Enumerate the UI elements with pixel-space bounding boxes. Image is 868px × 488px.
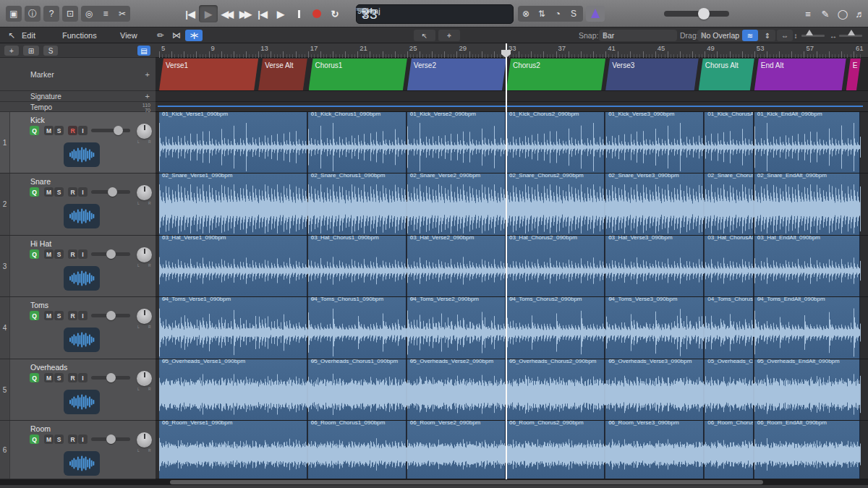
audio-region[interactable]: 05_Overheads_Cho	[705, 359, 754, 420]
marker-verse1[interactable]: Verse1	[159, 59, 258, 90]
menu-functions[interactable]: Functions∨	[62, 27, 97, 43]
pause-button[interactable]	[289, 5, 308, 22]
mute-button[interactable]: M	[44, 373, 54, 382]
add-signature-button[interactable]: +	[145, 92, 150, 100]
pan-knob[interactable]	[137, 185, 152, 200]
quantize-button[interactable]: Q	[30, 249, 39, 259]
audio-region[interactable]: 01_Kick_ChorusAlt_	[705, 112, 754, 173]
audio-region[interactable]: 04_Toms_Verse3_090bpm↻	[605, 297, 704, 359]
audio-region[interactable]: 01_Kick_Verse2_090bpm○	[407, 112, 506, 173]
pan-knob[interactable]	[137, 247, 152, 262]
audio-region[interactable]: 01_Kick_EndAlt_090bpm○	[754, 112, 860, 173]
mute-button[interactable]: M	[44, 187, 54, 197]
track-volume-thumb[interactable]	[106, 373, 116, 382]
input-monitor-button[interactable]: I	[78, 187, 88, 197]
waveform-zoom-button[interactable]: ≋	[742, 30, 758, 41]
list-editors-icon[interactable]: ≡	[800, 7, 816, 21]
stop-button[interactable]: |◀	[253, 5, 272, 22]
quantize-button[interactable]: Q	[30, 435, 39, 444]
marker-e[interactable]: E	[846, 59, 861, 90]
audio-region[interactable]: 03_Hat_ChorusAlt_	[705, 236, 754, 296]
track-volume-thumb[interactable]	[106, 311, 116, 320]
mute-button[interactable]: M	[44, 435, 54, 444]
track-volume-thumb[interactable]	[114, 126, 123, 135]
horizontal-scrollbar[interactable]	[0, 479, 868, 485]
automation-icon[interactable]: ✏	[153, 27, 168, 43]
tempo-line[interactable]	[158, 106, 863, 107]
menu-view[interactable]: View∨	[120, 27, 137, 43]
quantize-button[interactable]: Q	[30, 126, 39, 135]
record-enable-button[interactable]: R	[68, 435, 77, 444]
forward-button[interactable]: ▶▶	[235, 5, 254, 22]
audio-region[interactable]: 01_Kick_Verse3_090bpm○	[605, 112, 704, 173]
audio-region[interactable]: 04_Toms_Verse2_090bpm↻	[407, 297, 506, 359]
go-to-beginning-button[interactable]: |◀	[181, 5, 200, 22]
audio-region[interactable]: 06_Room_Chorus2_090bpm○	[506, 421, 605, 479]
mute-button[interactable]: M	[44, 126, 54, 135]
audio-region[interactable]: 05_Overheads_Chorus1_090bpm↻	[308, 359, 407, 420]
global-track-marker[interactable]: Marker +	[0, 58, 156, 91]
solo-button[interactable]: S	[54, 187, 64, 197]
menu-edit[interactable]: Edit∨	[22, 27, 35, 43]
record-enable-button[interactable]: R	[68, 373, 77, 382]
audio-region[interactable]: 01_Kick_Chorus2_090bpm○	[506, 112, 605, 173]
pan-knob[interactable]	[137, 124, 152, 139]
library-button[interactable]: ▣	[6, 6, 22, 22]
record-button[interactable]	[307, 5, 326, 22]
media-browser-icon[interactable]: ♬	[852, 7, 868, 21]
track-volume-thumb[interactable]	[106, 435, 116, 444]
track-volume-slider[interactable]	[91, 376, 130, 380]
master-volume-slider[interactable]	[664, 11, 729, 17]
audio-region[interactable]: 03_Hat_Chorus2_090bpm○	[506, 236, 605, 296]
cycle-button[interactable]: ↻	[326, 5, 344, 22]
audio-region[interactable]: 03_Hat_Verse3_090bpm○	[605, 236, 704, 296]
autopunch-icon[interactable]: ⇅	[534, 6, 550, 22]
track-volume-slider[interactable]	[91, 129, 130, 132]
audio-region[interactable]: 04_Toms_Verse1_090bpm↻	[159, 297, 307, 359]
inspector-button[interactable]: ⓘ	[25, 6, 41, 22]
solo-button[interactable]: S	[54, 373, 64, 382]
marker-verse3[interactable]: Verse3	[605, 59, 699, 90]
mixer-icon[interactable]: ≡	[98, 6, 114, 22]
horizontal-zoom-slider[interactable]	[839, 35, 862, 37]
global-track-tempo[interactable]: Tempo 11070	[0, 102, 156, 112]
audio-region[interactable]: 03_Hat_Verse1_090bpm○	[159, 236, 307, 296]
duplicate-track-button[interactable]: ⊞	[23, 46, 39, 56]
audio-region[interactable]: 02_Snare_Chorus1_090bpm○	[308, 174, 407, 235]
track-header-room[interactable]: 6RoomQMSRILR	[0, 421, 156, 479]
quantize-button[interactable]: Q	[30, 187, 39, 197]
track-volume-slider[interactable]	[91, 314, 130, 317]
audio-region[interactable]: 03_Hat_Verse2_090bpm○	[407, 236, 506, 296]
horizontal-zoom-thumb[interactable]	[848, 30, 855, 35]
audio-region[interactable]: 03_Hat_EndAlt_090bpm○	[754, 236, 860, 296]
horizontal-auto-zoom-button[interactable]: ⇔	[777, 30, 793, 41]
audio-region[interactable]: 06_Room_Chorus1_090bpm○	[308, 421, 407, 479]
mute-button[interactable]: M	[44, 249, 54, 259]
global-tracks-toggle-button[interactable]: ▤	[137, 46, 150, 56]
solo-button[interactable]: S	[54, 126, 64, 135]
add-marker-button[interactable]: +	[145, 70, 150, 79]
playhead[interactable]	[506, 43, 507, 479]
track-header-kick[interactable]: 1KickQMSRILR	[0, 112, 156, 174]
note-pads-icon[interactable]: ✎	[817, 7, 833, 21]
audio-region[interactable]: 06_Room_Verse2_090bpm○	[407, 421, 506, 479]
mute-button[interactable]: M	[44, 311, 54, 320]
flex-icon[interactable]: ⋈	[169, 27, 184, 43]
toolbar-toggle-button[interactable]: ⊡	[62, 6, 78, 22]
solo-button[interactable]: S	[54, 249, 64, 259]
audio-region[interactable]: 01_Kick_Verse1_090bpm○	[159, 112, 307, 173]
solo-button[interactable]: S	[54, 435, 64, 444]
audio-region[interactable]: 04_Toms_EndAlt_090bpm↻	[754, 297, 860, 359]
track-header-snare[interactable]: 2SnareQMSRILR	[0, 174, 156, 236]
marker-verse2[interactable]: Verse2	[407, 59, 506, 90]
input-monitor-button[interactable]: I	[78, 249, 88, 259]
volume-thumb[interactable]	[698, 8, 710, 20]
input-monitor-button[interactable]: I	[78, 373, 88, 382]
marker-verse-alt[interactable]: Verse Alt	[258, 59, 307, 90]
metronome-button[interactable]	[586, 6, 605, 22]
back-arrow-icon[interactable]: ↖	[4, 27, 19, 43]
audio-region[interactable]: 05_Overheads_Verse1_090bpm↻	[159, 359, 307, 420]
track-volume-slider[interactable]	[91, 437, 130, 441]
audio-region[interactable]: 05_Overheads_EndAlt_090bpm↻	[754, 359, 860, 420]
track-volume-slider[interactable]	[91, 252, 130, 256]
